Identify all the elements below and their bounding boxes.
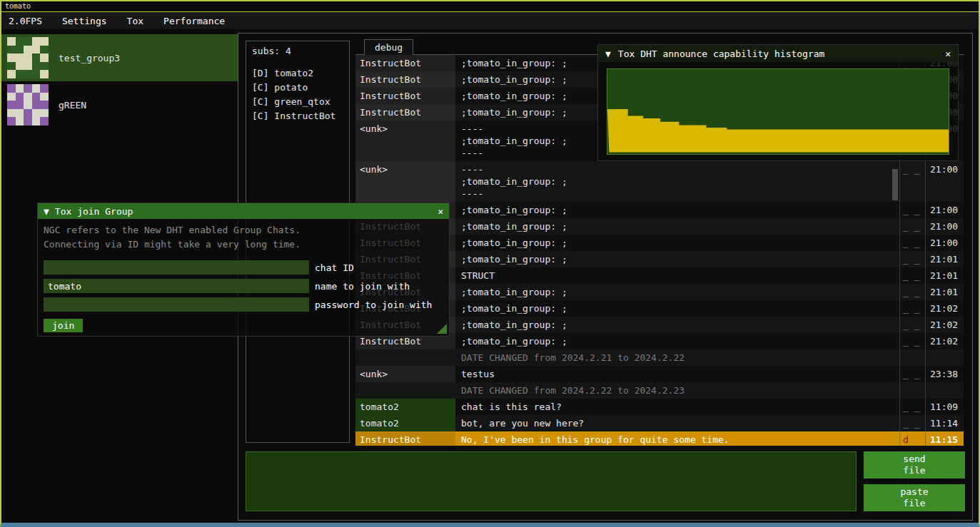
sub-item[interactable]: [C] potato — [252, 81, 343, 95]
collapse-icon[interactable]: ▼ — [44, 206, 49, 217]
sub-item[interactable]: [C] InstructBot — [252, 109, 343, 123]
sender-name: tomato2 — [355, 399, 455, 415]
sender-name: <unk> — [355, 121, 455, 161]
group-name: gREEN — [59, 100, 86, 111]
message-text: ;tomato_in_group: ; — [455, 284, 899, 300]
message-checks — [899, 349, 925, 366]
dht-histogram-titlebar[interactable]: ▼ Tox DHT announce capability histogram … — [598, 45, 958, 62]
date-text: DATE CHANGED from 2024.2.22 to 2024.2.23 — [455, 382, 899, 399]
message-time: 21:00 — [925, 161, 964, 202]
message-time: 21:02 — [925, 300, 964, 317]
avatar-pixel — [32, 70, 41, 78]
message-input[interactable] — [246, 451, 857, 511]
message-time: 21:02 — [925, 317, 964, 333]
avatar-pixel — [40, 37, 49, 46]
message-text: bot, are you new here? — [455, 415, 899, 431]
group-name: test_group3 — [59, 53, 120, 63]
send-file-button[interactable]: send file — [864, 451, 965, 479]
menu-tox[interactable]: Tox — [117, 12, 153, 29]
avatar-pixel — [7, 101, 16, 109]
avatar-pixel — [40, 109, 49, 118]
avatar-pixel — [16, 84, 24, 93]
message-text: No, I've been in this group for quite so… — [455, 431, 899, 446]
group-avatar — [7, 37, 49, 78]
menu-bar: 2.0FPS Settings Tox Performance — [1, 12, 979, 29]
message-text: ;tomato_in_group: ; — [455, 300, 899, 317]
avatar-pixel — [7, 109, 16, 118]
chat-row: InstructBotNo, I've been in this group f… — [355, 431, 964, 446]
avatar-pixel — [24, 62, 32, 71]
avatar-pixel — [24, 117, 32, 126]
join-password-input[interactable] — [44, 297, 309, 312]
join-password-label: password to join with — [315, 300, 432, 310]
avatar-pixel — [16, 53, 24, 62]
sender-name: <unk> — [355, 161, 455, 202]
close-icon[interactable]: ✕ — [945, 48, 951, 59]
message-checks: _ _ — [899, 415, 925, 431]
menu-settings[interactable]: Settings — [52, 12, 117, 29]
sender-name: InstructBot — [355, 104, 455, 121]
scrollbar-thumb[interactable] — [892, 169, 898, 200]
chat-id-row: chat ID — [44, 260, 443, 275]
avatar-pixel — [7, 93, 16, 101]
collapse-icon[interactable]: ▼ — [605, 48, 611, 59]
message-checks: _ _ — [899, 317, 925, 333]
avatar-pixel — [24, 93, 32, 101]
join-info-line-1: NGC refers to the New DHT enabled Group … — [44, 223, 443, 237]
avatar-pixel — [16, 62, 24, 71]
group-item[interactable]: test_group3 — [1, 34, 238, 81]
message-text: ;tomato_in_group: ; — [455, 235, 899, 251]
message-time: 21:01 — [925, 284, 964, 300]
message-time: 11:14 — [925, 415, 964, 431]
avatar-pixel — [16, 46, 24, 54]
subs-count: subs: 4 — [252, 46, 343, 56]
sender-name: InstructBot — [355, 71, 455, 88]
avatar-pixel — [40, 84, 49, 93]
message-checks: _ _ — [899, 202, 925, 218]
fps-counter: 2.0FPS — [1, 16, 52, 26]
tab-debug[interactable]: debug — [364, 39, 413, 55]
avatar-pixel — [40, 53, 49, 62]
menu-performance[interactable]: Performance — [153, 12, 235, 29]
close-icon[interactable]: ✕ — [438, 206, 443, 217]
avatar-pixel — [7, 117, 16, 126]
dht-histogram-title: Tox DHT announce capability histogram — [618, 48, 825, 59]
join-button[interactable]: join — [44, 319, 83, 332]
date-spacer — [355, 349, 455, 366]
avatar-pixel — [40, 46, 49, 54]
message-checks: _ _ — [899, 366, 925, 382]
sender-name: InstructBot — [355, 88, 455, 104]
join-group-body: NGC refers to the New DHT enabled Group … — [38, 219, 449, 337]
sub-item[interactable]: [C] green_qtox — [252, 95, 343, 109]
file-buttons: send file paste file — [864, 451, 965, 511]
avatar-pixel — [32, 93, 41, 101]
avatar-pixel — [32, 109, 41, 118]
message-text: ;tomato_in_group: ; — [455, 251, 899, 267]
avatar-pixel — [40, 101, 49, 109]
message-text: ;tomato_in_group: ; — [455, 333, 899, 349]
avatar-pixel — [16, 37, 24, 46]
avatar-pixel — [24, 46, 32, 54]
join-name-label: name to join with — [315, 281, 410, 292]
message-checks: _ _ — [899, 218, 925, 235]
chat-row: <unk>---- ;tomato_in_group: ; ----_ _21:… — [355, 161, 964, 202]
chat-id-input[interactable] — [44, 260, 309, 275]
sub-item[interactable]: [D] tomato2 — [252, 66, 343, 81]
join-info-line-2: Connecting via ID might take a very long… — [44, 237, 443, 252]
message-time: 21:00 — [925, 218, 964, 235]
avatar-pixel — [32, 101, 41, 109]
avatar-pixel — [24, 53, 32, 62]
histogram-chart — [607, 69, 949, 154]
join-name-input[interactable] — [44, 279, 309, 293]
group-item[interactable]: gREEN — [1, 81, 238, 128]
sender-name: InstructBot — [355, 55, 455, 71]
join-group-titlebar[interactable]: ▼ Tox join Group ✕ — [38, 203, 449, 219]
resize-grip[interactable] — [437, 324, 447, 334]
date-row: DATE CHANGED from 2024.2.22 to 2024.2.23 — [355, 382, 964, 399]
message-time: 11:15 — [925, 431, 964, 446]
avatar-pixel — [32, 62, 41, 71]
subs-list: [D] tomato2[C] potato[C] green_qtox[C] I… — [252, 66, 343, 123]
message-text: ---- ;tomato_in_group: ; ---- — [455, 161, 899, 202]
message-time: 21:01 — [925, 251, 964, 267]
paste-file-button[interactable]: paste file — [864, 484, 965, 511]
